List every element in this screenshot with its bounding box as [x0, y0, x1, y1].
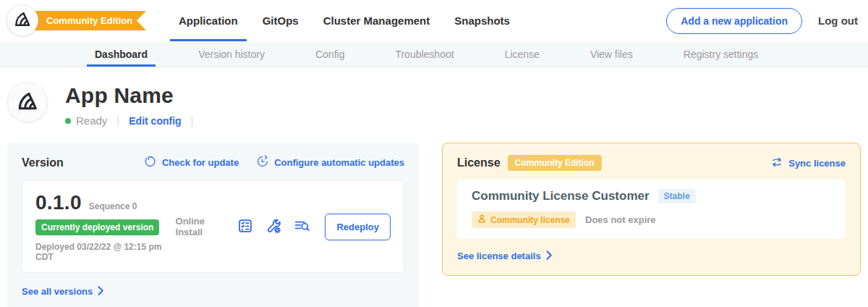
tab-config[interactable]: Config	[307, 41, 352, 67]
license-type-badge: Community license	[472, 211, 576, 228]
edit-config-link[interactable]: Edit config	[129, 115, 181, 127]
brand-logo	[7, 4, 38, 36]
nav-item-snapshots[interactable]: Snapshots	[442, 0, 522, 41]
nav-item-application[interactable]: Application	[166, 0, 250, 41]
status-text: Ready	[76, 114, 107, 127]
top-bar: Community Edition Application GitOps Clu…	[0, 0, 868, 41]
nav-item-cluster-management[interactable]: Cluster Management	[311, 0, 443, 41]
sync-license-link[interactable]: Sync license	[770, 156, 846, 171]
preflight-checks-button[interactable]	[236, 216, 255, 237]
version-number: 0.1.0	[35, 191, 82, 214]
deployed-timestamp: Deployed 03/22/22 @ 12:15 pm CDT	[35, 242, 176, 262]
edition-banner: Community Edition	[22, 11, 146, 30]
channel-badge: Stable	[658, 189, 696, 203]
checklist-icon	[237, 218, 253, 236]
install-type-label: Online Install	[176, 216, 225, 237]
deployed-version-panel: 0.1.0 Sequence 0 Currently deployed vers…	[22, 180, 404, 273]
license-expiry-text: Does not expire	[585, 214, 656, 225]
edit-config-icon-button[interactable]	[264, 216, 283, 237]
replicated-logo-icon	[16, 89, 39, 115]
wrench-gear-icon	[265, 218, 281, 236]
log-search-icon	[294, 218, 311, 236]
primary-nav: Application GitOps Cluster Management Sn…	[166, 0, 522, 41]
deploy-logs-button[interactable]	[292, 216, 312, 237]
tab-troubleshoot[interactable]: Troubleshoot	[387, 41, 461, 67]
app-avatar	[7, 82, 48, 122]
refresh-icon	[144, 155, 157, 170]
sequence-label: Sequence 0	[89, 201, 137, 211]
deployed-badge: Currently deployed version	[35, 219, 159, 235]
configure-auto-updates-link[interactable]: Configure automatic updates	[256, 155, 404, 170]
nav-item-gitops[interactable]: GitOps	[250, 0, 311, 41]
version-card: Version Check for update	[7, 143, 419, 307]
version-card-title: Version	[22, 156, 64, 169]
divider: |	[191, 114, 194, 127]
tab-view-files[interactable]: View files	[582, 41, 641, 67]
app-tabs-nav: Dashboard Version history Config Trouble…	[0, 41, 868, 67]
redeploy-button[interactable]: Redeploy	[325, 214, 391, 240]
tab-registry-settings[interactable]: Registry settings	[676, 41, 766, 67]
clock-refresh-icon	[256, 155, 269, 170]
edition-badge: Community Edition	[508, 155, 602, 171]
dashboard-cards: Version Check for update	[0, 127, 868, 307]
chevron-right-icon	[546, 251, 553, 262]
chevron-right-icon	[98, 286, 104, 298]
divider: |	[116, 114, 119, 127]
see-all-versions-link[interactable]: See all versions	[22, 286, 104, 298]
license-card-title: License	[457, 156, 501, 169]
license-card: License Community Edition Sync license C…	[442, 143, 861, 276]
page-title: App Name	[65, 83, 203, 108]
license-detail-panel: Community License Customer Stable Commun…	[457, 180, 846, 239]
replicated-logo-icon	[13, 9, 32, 31]
tab-license[interactable]: License	[497, 41, 548, 67]
app-header: App Name Ready | Edit config |	[0, 67, 868, 127]
sync-arrows-icon	[770, 156, 783, 171]
tab-dashboard[interactable]: Dashboard	[87, 41, 156, 67]
logout-link[interactable]: Log out	[818, 14, 858, 27]
brand-badge: Community Edition	[0, 0, 153, 41]
check-for-update-link[interactable]: Check for update	[144, 155, 239, 170]
license-customer-name: Community License Customer	[472, 189, 650, 203]
status-dot	[65, 118, 71, 124]
see-license-details-link[interactable]: See license details	[457, 251, 553, 262]
tab-version-history[interactable]: Version history	[190, 41, 273, 67]
add-application-button[interactable]: Add a new application	[666, 8, 802, 34]
person-icon	[477, 214, 486, 225]
